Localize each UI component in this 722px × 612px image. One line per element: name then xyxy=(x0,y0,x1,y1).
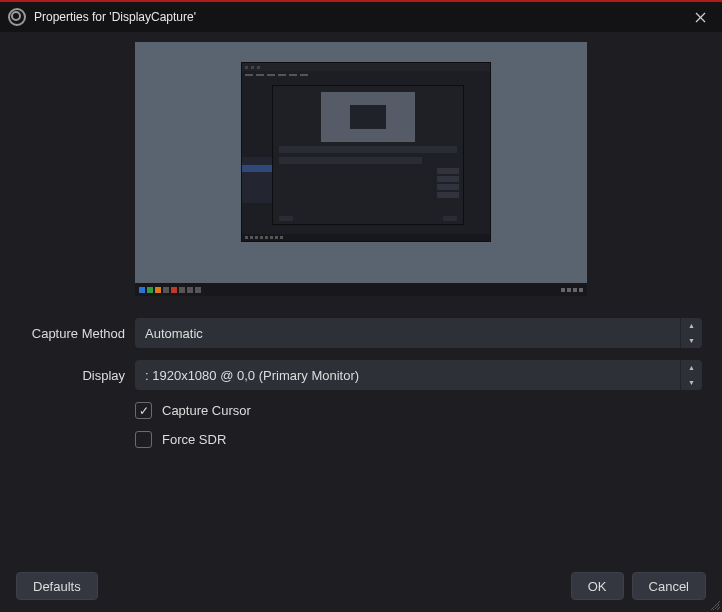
resize-grip[interactable] xyxy=(710,600,720,610)
preview-nested-dialog xyxy=(272,85,464,225)
display-preview xyxy=(135,42,587,296)
close-icon xyxy=(695,12,706,23)
cancel-button[interactable]: Cancel xyxy=(632,572,706,600)
dialog-footer: Defaults OK Cancel xyxy=(0,560,722,612)
display-value: : 1920x1080 @ 0,0 (Primary Monitor) xyxy=(145,368,359,383)
ok-button[interactable]: OK xyxy=(571,572,624,600)
display-row: Display : 1920x1080 @ 0,0 (Primary Monit… xyxy=(20,360,702,390)
app-icon xyxy=(8,8,26,26)
titlebar: Properties for 'DisplayCapture' xyxy=(0,2,722,32)
capture-cursor-checkbox[interactable] xyxy=(135,402,152,419)
content: Capture Method Automatic ▲▼ Display : 19… xyxy=(0,32,722,448)
select-spinner-icon: ▲▼ xyxy=(680,360,702,390)
capture-cursor-label[interactable]: Capture Cursor xyxy=(162,403,251,418)
preview-taskbar xyxy=(135,283,587,296)
capture-method-label: Capture Method xyxy=(20,326,125,341)
close-button[interactable] xyxy=(686,3,714,31)
capture-cursor-row: Capture Cursor xyxy=(135,402,702,419)
select-spinner-icon: ▲▼ xyxy=(680,318,702,348)
preview-inner-window xyxy=(241,62,491,242)
display-label: Display xyxy=(20,368,125,383)
display-select[interactable]: : 1920x1080 @ 0,0 (Primary Monitor) ▲▼ xyxy=(135,360,702,390)
preview-area xyxy=(20,42,702,296)
capture-method-value: Automatic xyxy=(145,326,203,341)
capture-method-select[interactable]: Automatic ▲▼ xyxy=(135,318,702,348)
force-sdr-checkbox[interactable] xyxy=(135,431,152,448)
window-title: Properties for 'DisplayCapture' xyxy=(34,10,686,24)
force-sdr-label[interactable]: Force SDR xyxy=(162,432,226,447)
force-sdr-row: Force SDR xyxy=(135,431,702,448)
capture-method-row: Capture Method Automatic ▲▼ xyxy=(20,318,702,348)
defaults-button[interactable]: Defaults xyxy=(16,572,98,600)
